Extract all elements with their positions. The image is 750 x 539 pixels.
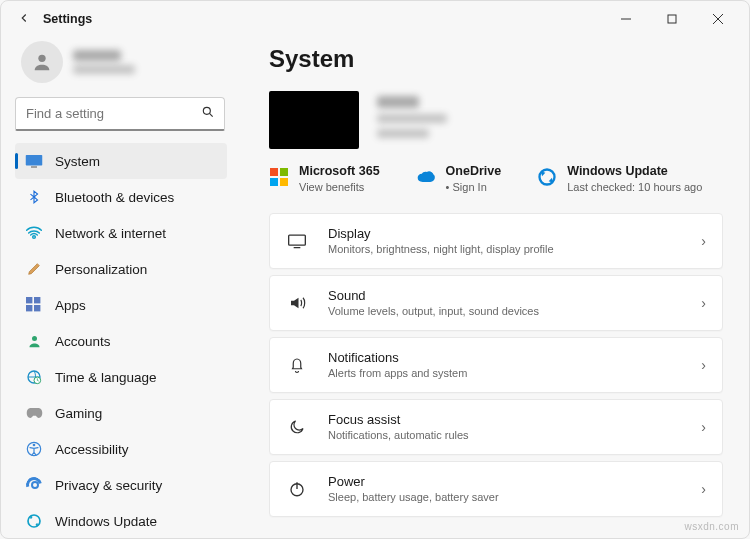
nav-label: Time & language [55, 370, 157, 385]
service-onedrive[interactable]: OneDrive • Sign In [416, 165, 502, 193]
svg-point-13 [32, 336, 37, 341]
wifi-icon [25, 226, 43, 240]
brush-icon [25, 261, 43, 277]
onedrive-icon [416, 167, 436, 187]
nav-label: Gaming [55, 406, 102, 421]
card-title: Focus assist [328, 413, 681, 426]
nav-privacy[interactable]: Privacy & security [15, 467, 227, 503]
nav-apps[interactable]: Apps [15, 287, 227, 323]
nav-accounts[interactable]: Accounts [15, 323, 227, 359]
card-title: Power [328, 475, 681, 488]
nav-network[interactable]: Network & internet [15, 215, 227, 251]
service-title: OneDrive [446, 165, 502, 179]
sound-icon [286, 294, 308, 312]
nav-bluetooth[interactable]: Bluetooth & devices [15, 179, 227, 215]
apps-icon [25, 297, 43, 313]
service-subtitle: • Sign In [446, 181, 502, 193]
svg-rect-7 [26, 155, 43, 166]
watermark: wsxdn.com [684, 521, 739, 532]
card-subtitle: Sleep, battery usage, battery saver [328, 491, 681, 503]
search-icon [201, 105, 215, 122]
person-icon [25, 333, 43, 349]
close-button[interactable] [695, 3, 741, 35]
nav-label: Network & internet [55, 226, 166, 241]
user-account-button[interactable] [15, 37, 229, 97]
maximize-button[interactable] [649, 3, 695, 35]
chevron-right-icon: › [701, 357, 706, 373]
svg-line-6 [209, 113, 212, 116]
service-subtitle: Last checked: 10 hours ago [567, 181, 702, 193]
svg-rect-24 [289, 235, 306, 245]
chevron-right-icon: › [701, 419, 706, 435]
nav-label: Bluetooth & devices [55, 190, 174, 205]
service-title: Microsoft 365 [299, 165, 380, 179]
back-button[interactable] [9, 11, 39, 28]
nav-accessibility[interactable]: Accessibility [15, 431, 227, 467]
nav-windows-update[interactable]: Windows Update [15, 503, 227, 528]
avatar [21, 41, 63, 83]
svg-point-4 [38, 55, 45, 62]
nav-label: Accessibility [55, 442, 129, 457]
nav-label: Accounts [55, 334, 111, 349]
svg-rect-1 [668, 15, 676, 23]
service-windows-update[interactable]: Windows Update Last checked: 10 hours ag… [537, 165, 702, 193]
service-subtitle: View benefits [299, 181, 380, 193]
minimize-button[interactable] [603, 3, 649, 35]
shield-icon [25, 477, 43, 493]
device-image [269, 91, 359, 149]
svg-point-17 [33, 444, 36, 447]
card-subtitle: Monitors, brightness, night light, displ… [328, 243, 681, 255]
svg-point-5 [203, 107, 210, 114]
search-input[interactable] [15, 97, 225, 131]
svg-marker-22 [541, 171, 545, 176]
gamepad-icon [25, 406, 43, 420]
device-summary[interactable] [269, 91, 723, 149]
card-title: Sound [328, 289, 681, 302]
nav-label: Personalization [55, 262, 147, 277]
nav-personalization[interactable]: Personalization [15, 251, 227, 287]
nav-gaming[interactable]: Gaming [15, 395, 227, 431]
chevron-right-icon: › [701, 295, 706, 311]
update-icon [537, 167, 557, 187]
device-info [377, 96, 447, 144]
svg-rect-11 [26, 305, 32, 311]
globe-clock-icon [25, 369, 43, 385]
search-box[interactable] [15, 97, 225, 131]
nav-label: Windows Update [55, 514, 157, 529]
card-subtitle: Alerts from apps and system [328, 367, 681, 379]
nav-label: System [55, 154, 100, 169]
card-subtitle: Volume levels, output, input, sound devi… [328, 305, 681, 317]
nav-label: Apps [55, 298, 86, 313]
bluetooth-icon [25, 189, 43, 205]
service-ms365[interactable]: Microsoft 365 View benefits [269, 165, 380, 193]
nav-time-language[interactable]: Time & language [15, 359, 227, 395]
svg-rect-9 [26, 297, 32, 303]
microsoft-365-icon [269, 167, 289, 187]
accessibility-icon [25, 441, 43, 457]
svg-rect-10 [34, 297, 40, 303]
chevron-right-icon: › [701, 233, 706, 249]
card-notifications[interactable]: Notifications Alerts from apps and syste… [269, 337, 723, 393]
card-power[interactable]: Power Sleep, battery usage, battery save… [269, 461, 723, 517]
display-icon [286, 233, 308, 249]
card-subtitle: Notifications, automatic rules [328, 429, 681, 441]
svg-point-18 [28, 515, 40, 527]
card-sound[interactable]: Sound Volume levels, output, input, soun… [269, 275, 723, 331]
title-bar: Settings [1, 1, 749, 37]
moon-icon [286, 418, 308, 436]
window-title: Settings [43, 12, 92, 26]
card-focus-assist[interactable]: Focus assist Notifications, automatic ru… [269, 399, 723, 455]
svg-marker-23 [549, 178, 553, 183]
svg-rect-12 [34, 305, 40, 311]
svg-rect-8 [31, 166, 37, 168]
nav-label: Privacy & security [55, 478, 162, 493]
system-icon [25, 154, 43, 168]
page-title: System [269, 45, 723, 73]
user-info [73, 50, 135, 74]
card-display[interactable]: Display Monitors, brightness, night ligh… [269, 213, 723, 269]
nav-menu: System Bluetooth & devices Network & int… [15, 143, 229, 528]
nav-system[interactable]: System [15, 143, 227, 179]
main-content: System Microsoft 365 View benefits OneD [239, 37, 749, 538]
update-icon [25, 513, 43, 528]
card-title: Notifications [328, 351, 681, 364]
